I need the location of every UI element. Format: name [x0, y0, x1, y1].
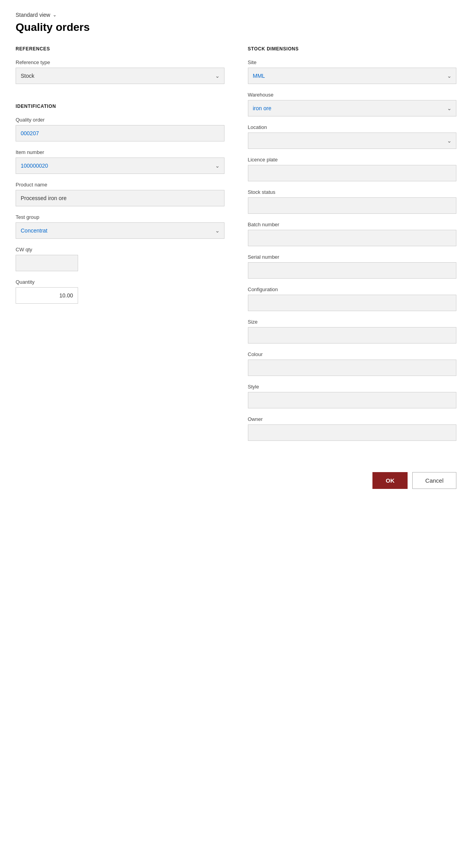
- style-input[interactable]: [248, 392, 457, 408]
- test-group-select-wrapper[interactable]: Concentrat Standard ⌄: [16, 222, 224, 239]
- warehouse-label: Warehouse: [248, 92, 457, 98]
- item-number-label: Item number: [16, 149, 224, 155]
- reference-type-label: Reference type: [16, 59, 224, 65]
- standard-view-label: Standard view: [16, 12, 50, 18]
- size-input[interactable]: [248, 327, 457, 344]
- page-title: Quality orders: [16, 21, 456, 34]
- reference-type-select-wrapper[interactable]: Stock Purchase order Sales order ⌄: [16, 68, 224, 84]
- item-number-select[interactable]: 100000020 100000021: [16, 157, 224, 174]
- cw-qty-label: CW qty: [16, 247, 224, 252]
- ok-button[interactable]: OK: [372, 472, 408, 489]
- serial-number-label: Serial number: [248, 254, 457, 260]
- site-select-wrapper[interactable]: MML Site2 ⌄: [248, 68, 457, 84]
- size-field: Size: [248, 319, 457, 344]
- licence-plate-field: Licence plate: [248, 157, 457, 181]
- size-label: Size: [248, 319, 457, 325]
- form-layout: REFERENCES Reference type Stock Purchase…: [16, 46, 456, 449]
- product-name-input[interactable]: [16, 190, 224, 206]
- left-column: REFERENCES Reference type Stock Purchase…: [16, 46, 224, 449]
- product-name-label: Product name: [16, 182, 224, 188]
- site-select[interactable]: MML Site2: [248, 68, 457, 84]
- location-field: Location ⌄: [248, 124, 457, 149]
- item-number-field: Item number 100000020 100000021 ⌄: [16, 149, 224, 174]
- colour-label: Colour: [248, 351, 457, 357]
- stock-status-field: Stock status: [248, 189, 457, 214]
- batch-number-label: Batch number: [248, 222, 457, 227]
- colour-field: Colour: [248, 351, 457, 376]
- reference-type-select[interactable]: Stock Purchase order Sales order: [16, 68, 224, 84]
- chevron-down-icon: ⌄: [53, 12, 57, 18]
- licence-plate-input[interactable]: [248, 165, 457, 181]
- quantity-input[interactable]: [16, 287, 78, 304]
- cancel-button[interactable]: Cancel: [412, 472, 456, 489]
- serial-number-input[interactable]: [248, 262, 457, 279]
- batch-number-input[interactable]: [248, 230, 457, 246]
- style-label: Style: [248, 384, 457, 390]
- owner-input[interactable]: [248, 424, 457, 441]
- licence-plate-label: Licence plate: [248, 157, 457, 163]
- site-label: Site: [248, 59, 457, 65]
- identification-section-title: IDENTIFICATION: [16, 104, 224, 109]
- stock-dimensions-section-title: STOCK DIMENSIONS: [248, 46, 457, 52]
- stock-status-input[interactable]: [248, 197, 457, 214]
- test-group-label: Test group: [16, 214, 224, 220]
- configuration-label: Configuration: [248, 286, 457, 292]
- cw-qty-field: CW qty: [16, 247, 224, 271]
- location-select-wrapper[interactable]: ⌄: [248, 132, 457, 149]
- item-number-select-wrapper[interactable]: 100000020 100000021 ⌄: [16, 157, 224, 174]
- owner-label: Owner: [248, 416, 457, 422]
- product-name-field: Product name: [16, 182, 224, 206]
- warehouse-select-wrapper[interactable]: iron ore Warehouse2 ⌄: [248, 100, 457, 116]
- style-field: Style: [248, 384, 457, 408]
- references-section-title: REFERENCES: [16, 46, 224, 52]
- site-field: Site MML Site2 ⌄: [248, 59, 457, 84]
- warehouse-field: Warehouse iron ore Warehouse2 ⌄: [248, 92, 457, 116]
- footer-buttons: OK Cancel: [16, 472, 456, 505]
- configuration-input[interactable]: [248, 295, 457, 311]
- quality-order-label: Quality order: [16, 117, 224, 123]
- batch-number-field: Batch number: [248, 222, 457, 246]
- right-column: STOCK DIMENSIONS Site MML Site2 ⌄ Wareho…: [248, 46, 457, 449]
- quantity-label: Quantity: [16, 279, 224, 285]
- location-label: Location: [248, 124, 457, 130]
- test-group-select[interactable]: Concentrat Standard: [16, 222, 224, 239]
- serial-number-field: Serial number: [248, 254, 457, 279]
- owner-field: Owner: [248, 416, 457, 441]
- quality-order-input[interactable]: [16, 125, 224, 141]
- reference-type-field: Reference type Stock Purchase order Sale…: [16, 59, 224, 84]
- colour-input[interactable]: [248, 360, 457, 376]
- quality-order-field: Quality order: [16, 117, 224, 141]
- test-group-field: Test group Concentrat Standard ⌄: [16, 214, 224, 239]
- configuration-field: Configuration: [248, 286, 457, 311]
- location-select[interactable]: [248, 132, 457, 149]
- standard-view-toggle[interactable]: Standard view ⌄: [16, 12, 456, 18]
- cw-qty-input[interactable]: [16, 255, 78, 271]
- stock-status-label: Stock status: [248, 189, 457, 195]
- warehouse-select[interactable]: iron ore Warehouse2: [248, 100, 457, 116]
- quantity-field: Quantity: [16, 279, 224, 304]
